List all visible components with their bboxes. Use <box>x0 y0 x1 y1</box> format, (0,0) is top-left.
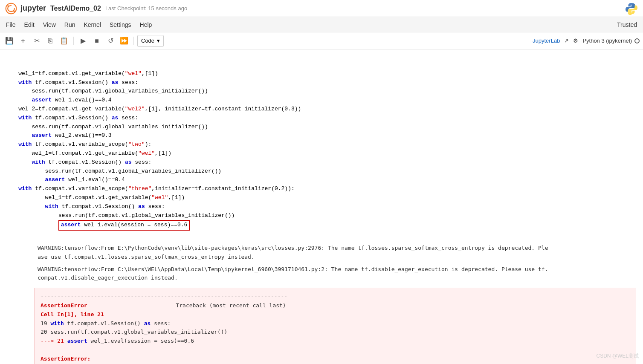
settings-icon[interactable]: ⚙ <box>573 38 578 44</box>
trusted-label: Trusted <box>613 20 641 30</box>
toolbar-right: JupyterLab ↗ ⚙ Python 3 (ipykernel) <box>533 38 640 44</box>
cell-code-content[interactable]: wel_1=tf.compat.v1.get_variable("wel",[1… <box>0 59 643 241</box>
warning-text-2: WARNING:tensorflow:From C:\Users\WEL\App… <box>38 265 640 283</box>
checkpoint-status: Last Checkpoint: 15 seconds ago <box>105 5 187 12</box>
menu-view[interactable]: View <box>39 20 60 30</box>
run-button[interactable]: ▶ <box>77 35 89 47</box>
python-logo-icon <box>625 2 638 15</box>
menu-bar: File Edit View Run Kernel Settings Help … <box>0 17 643 32</box>
toolbar-sep-1 <box>73 37 74 45</box>
menu-help[interactable]: Help <box>136 20 156 30</box>
restart-button[interactable]: ↺ <box>104 35 116 47</box>
menu-settings[interactable]: Settings <box>105 20 136 30</box>
menu-edit[interactable]: Edit <box>20 20 39 30</box>
traceback-line-20: 20 sess.run(tf.compat.v1.global_variable… <box>41 328 630 337</box>
svg-point-2 <box>13 10 15 12</box>
app-name: jupyter <box>20 4 46 13</box>
kernel-name: Python 3 (ipykernel) <box>582 38 632 44</box>
cut-button[interactable]: ✂ <box>31 35 43 47</box>
traceback-header: Traceback (most recent call last) <box>176 302 286 309</box>
assertion-error-label: AssertionError: <box>41 355 90 362</box>
title-bar-right <box>625 2 638 15</box>
kernel-status: Python 3 (ipykernel) <box>582 38 640 44</box>
cell-type-selector[interactable]: Code ▾ <box>137 35 164 47</box>
notebook-filename: TestAIDemo_02 <box>50 5 101 12</box>
jupyterlab-link[interactable]: JupyterLab <box>533 38 560 44</box>
traceback-error-final: AssertionError: <box>41 355 630 364</box>
code-cell: wel_1=tf.compat.v1.get_variable("wel",[1… <box>0 58 643 364</box>
toolbar-sep-2 <box>133 37 134 45</box>
title-bar: jupyter TestAIDemo_02 Last Checkpoint: 1… <box>0 0 643 17</box>
cell-in-label: Cell In[1], line 21 <box>41 311 104 318</box>
copy-button[interactable]: ⎘ <box>44 35 56 47</box>
traceback-line-19: 19 with tf.compat.v1.Session() as sess: <box>41 319 630 328</box>
external-link-icon: ↗ <box>564 38 569 44</box>
traceback-separator: ----------------------------------------… <box>41 292 630 301</box>
warning-text-1: WARNING:tensorflow:From E:\PythonCode\ve… <box>38 244 640 262</box>
add-cell-button[interactable]: + <box>17 35 29 47</box>
svg-point-1 <box>7 5 9 7</box>
traceback-error-type-line: AssertionError Traceback (most recent ca… <box>41 301 630 310</box>
cell-type-label: Code <box>141 38 154 44</box>
output-warning-1: WARNING:tensorflow:From E:\PythonCode\ve… <box>34 242 643 288</box>
cell-type-chevron: ▾ <box>157 38 160 44</box>
traceback-cell-line: Cell In[1], line 21 <box>41 310 630 319</box>
menu-kernel[interactable]: Kernel <box>79 20 105 30</box>
watermark: CSDN @WEL测试 <box>596 352 639 360</box>
restart-run-button[interactable]: ⏩ <box>118 35 130 47</box>
jupyter-logo-icon <box>5 3 17 14</box>
toolbar: 💾 + ✂ ⎘ 📋 ▶ ■ ↺ ⏩ Code ▾ JupyterLab ↗ ⚙ … <box>0 32 643 49</box>
menu-run[interactable]: Run <box>60 20 80 30</box>
traceback-line-21: ---> 21 assert wel_1.eval(session = sess… <box>41 337 630 346</box>
stop-button[interactable]: ■ <box>91 35 103 47</box>
cell-input: wel_1=tf.compat.v1.get_variable("wel",[1… <box>0 58 643 242</box>
paste-button[interactable]: 📋 <box>58 35 70 47</box>
kernel-idle-indicator <box>634 38 640 43</box>
error-type: AssertionError <box>41 302 87 309</box>
save-button[interactable]: 💾 <box>3 35 15 47</box>
menu-file[interactable]: File <box>2 20 20 30</box>
error-traceback: ----------------------------------------… <box>34 288 636 364</box>
notebook: wel_1=tf.compat.v1.get_variable("wel",[1… <box>0 49 643 364</box>
